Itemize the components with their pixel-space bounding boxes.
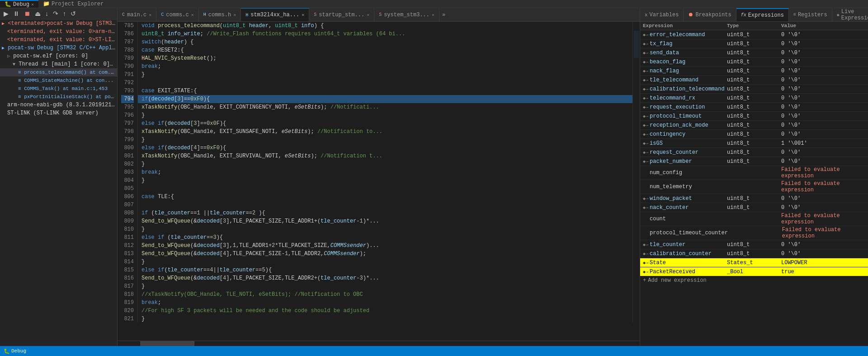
code-scroll-container[interactable]: 785 786 787 788 789 790 791 792 793 794 …	[118, 22, 640, 341]
expr-row-packet-received[interactable]: ◈→PacketReceived _Bool true	[640, 267, 868, 276]
add-expression-row[interactable]: + Add new expression	[640, 276, 868, 285]
expand-icon-19	[643, 217, 648, 222]
ln-795: 795	[121, 103, 134, 111]
tree-item-func-1[interactable]: ≡ process_telecommand() at com...	[0, 68, 117, 76]
right-tab-registers[interactable]: ≡ Registers	[789, 8, 832, 21]
expr-value-18: 0 '\0'	[781, 204, 865, 211]
debug-step-over-btn[interactable]: ↷	[51, 9, 60, 18]
expr-name-text-8: request_execution	[650, 104, 705, 110]
watch-icon-5: ◈→	[643, 77, 648, 83]
watch-icon-21: ◈→	[643, 242, 648, 247]
tab-debug[interactable]: 🐛 Debug ✕	[0, 0, 38, 8]
tree-item-debug-session-label: pocat-sw Debug [STM32 C/C++ Applica...	[8, 45, 117, 51]
expr-name-window-packet: ◈→window_packet	[643, 195, 727, 202]
expr-row-window-packet[interactable]: ◈→window_packet uint8_t 0 '\0'	[640, 194, 868, 203]
watch-icon-3: ◈→	[643, 59, 648, 65]
expr-row-state[interactable]: ◈→State States_t LOWPOWER	[640, 258, 868, 267]
editor-tab-stm32-close[interactable]: ✕	[302, 12, 304, 18]
debug-suspend-btn[interactable]: ⏸	[11, 9, 21, 18]
expr-row-beacon-flag[interactable]: ◈→beacon_flag uint8_t 0 '\0'	[640, 57, 868, 66]
tree-item-terminated-3[interactable]: <terminated, exit value: 0>ST-LINK (S...	[0, 36, 117, 44]
editor-tab-startup-close[interactable]: ✕	[367, 12, 369, 18]
ln-793: 793	[121, 87, 134, 95]
expr-row-request-execution[interactable]: ◈→request_execution uint8_t 0 '\0'	[640, 103, 868, 112]
tree-item-func-2[interactable]: ≡ COMMS_StateMachine() at con...	[0, 76, 117, 85]
expr-row-send-data[interactable]: ◈→send_data uint8_t 0 '\0'	[640, 48, 868, 57]
expr-row-protocol-timeout-counter[interactable]: protocol_timeout_counter Failed to evalu…	[640, 226, 868, 240]
editor-tab-comms-c-close[interactable]: ✕	[191, 12, 194, 18]
right-tab-expressions[interactable]: fx Expressions	[736, 8, 789, 21]
expr-row-num-config[interactable]: num_config Failed to evaluate expression	[640, 166, 868, 180]
expr-type-17: uint8_t	[727, 195, 781, 202]
editor-tab-overflow[interactable]: »	[439, 8, 448, 21]
expr-row-protocol-timeout[interactable]: ◈→protocol_timeout uint8_t 0 '\0'	[640, 112, 868, 121]
tab-debug-close[interactable]: ✕	[31, 2, 34, 7]
bottom-scrollbar[interactable]	[118, 341, 640, 346]
tree-item-thread[interactable]: ▼ Thread #1 [main] 1 [core: 0] (Susp...	[0, 60, 117, 68]
expr-name-text-15: num_config	[650, 170, 682, 176]
right-tab-live-expressions[interactable]: ◈ Live Expressions ✕	[832, 8, 868, 21]
editor-tab-comms-h-close[interactable]: ✕	[233, 12, 236, 18]
tree-item-elf[interactable]: ▷ pocat-sw.elf [cores: 0]	[0, 52, 117, 60]
tree-item-terminated-2[interactable]: <terminated, exit value: 0>arm-none...	[0, 28, 117, 36]
expr-type-11: uint8_t	[727, 131, 781, 138]
expr-row-nack-flag[interactable]: ◈→nack_flag uint8_t 0 '\0'	[640, 66, 868, 76]
tree-item-debug-session[interactable]: ▶ pocat-sw Debug [STM32 C/C++ Applica...	[0, 44, 117, 52]
code-810: }	[138, 225, 632, 233]
expr-row-calibration-counter[interactable]: ◈→calibration_counter uint8_t 0 '\0'	[640, 249, 868, 258]
status-debug-icon: 🐛	[4, 348, 10, 354]
editor-tab-main-c-close[interactable]: ✕	[149, 12, 151, 18]
expr-row-num-telemetry[interactable]: num_telemetry Failed to evaluate express…	[640, 180, 868, 194]
expr-row-count[interactable]: count Failed to evaluate expression	[640, 212, 868, 226]
expr-name-nack-flag: ◈→nack_flag	[643, 68, 727, 74]
expr-name-calibration-counter: ◈→calibration_counter	[643, 251, 727, 257]
expr-row-telecommand-rx[interactable]: ◈→telecommand_rx uint8_t 0 '\0'	[640, 94, 868, 103]
ln-805: 805	[121, 185, 134, 193]
expr-row-tle-counter[interactable]: ◈→tle_counter uint8_t 0 '\0'	[640, 240, 868, 249]
ln-804: 804	[121, 176, 134, 185]
right-tab-breakpoints[interactable]: ⏺ Breakpoints	[684, 8, 736, 21]
editor-tab-stm32[interactable]: H stm32l4xx_ha... ✕	[241, 8, 309, 21]
expr-row-reception-ack-mode[interactable]: ◈→reception_ack_mode uint8_t 0 '\0'	[640, 121, 868, 130]
scroll-thumb[interactable]	[140, 341, 194, 346]
code-editor: C main.c ✕ C comms.c ✕ H comms.h ✕ H stm…	[118, 8, 640, 346]
expr-row-request-counter[interactable]: ◈→request_counter uint8_t 0 '\0'	[640, 148, 868, 157]
expr-row-calibration-telecommand[interactable]: ◈→calibration_telecommand uint8_t 0 '\0'	[640, 85, 868, 94]
debug-step-into-btn[interactable]: ↓	[43, 9, 50, 18]
tree-item-func-1-label: ≡ process_telecommand() at com...	[18, 69, 117, 76]
debug-terminate-btn[interactable]: ⏹	[22, 9, 32, 18]
editor-tab-comms-c[interactable]: C comms.c ✕	[156, 8, 198, 21]
debug-restart-btn[interactable]: ↺	[69, 9, 78, 18]
expr-row-contingency[interactable]: ◈→contingency uint8_t 0 '\0'	[640, 130, 868, 139]
expr-row-packet-number[interactable]: ◈→packet_number uint8_t 0 '\0'	[640, 157, 868, 166]
expr-row-isgs[interactable]: ◈→isGS uint8_t 1 '\001'	[640, 139, 868, 148]
tree-item-terminated-1[interactable]: ▶ <terminated>pocat-sw Debug [STM32 C...	[0, 19, 117, 28]
right-tab-registers-label: Registers	[798, 12, 827, 18]
editor-tab-system-close[interactable]: ✕	[432, 12, 434, 18]
editor-tab-system[interactable]: S system_stm3... ✕	[374, 8, 439, 21]
editor-tab-comms-h[interactable]: H comms.h ✕	[199, 8, 241, 21]
tree-item-stlink[interactable]: ST-LINK (ST-LINK GDB server)	[0, 109, 117, 117]
tree-item-func-4[interactable]: ≡ pxPortInitialiseStack() at port.c:...	[0, 93, 117, 101]
expr-name-text-4: nack_flag	[650, 68, 679, 74]
code-790: break;	[138, 62, 632, 71]
code-795: xTaskNotify(OBC_Handle, EXIT_CONTINGENCY…	[138, 103, 632, 111]
debug-disconnect-btn[interactable]: ⏏	[33, 9, 42, 18]
tab-project-explorer[interactable]: 📁 Project Explorer	[38, 0, 108, 8]
right-tab-variables[interactable]: x Variables	[640, 8, 684, 21]
ln-815: 815	[121, 266, 134, 274]
editor-tab-main-c[interactable]: C main.c ✕	[118, 8, 156, 21]
expr-row-nack-counter[interactable]: ◈→nack_counter uint8_t 0 '\0'	[640, 203, 868, 212]
expr-name-text-9: protocol_timeout	[650, 113, 702, 119]
expr-row-tx-flag[interactable]: ◈→tx_flag uint8_t 0 '\0'	[640, 39, 868, 48]
expr-row-error-telecommand[interactable]: ◈→error_telecommand uint8_t 0 '\0'	[640, 30, 868, 39]
debug-resume-btn[interactable]: ▶	[2, 9, 10, 18]
expr-type-2: uint8_t	[727, 50, 781, 56]
tree-item-arm[interactable]: arm-none-eabi-gdb (8.3.1.20191211)	[0, 101, 117, 109]
tree-item-terminated-3-label: <terminated, exit value: 0>ST-LINK (S...	[7, 37, 117, 43]
expr-type-9: uint8_t	[727, 113, 781, 119]
tree-item-func-3[interactable]: ≡ COMMS_Task() at main.c:1,453	[0, 85, 117, 93]
expr-row-tle-telecommand[interactable]: ◈→tle_telecommand uint8_t 0 '\0'	[640, 76, 868, 85]
editor-tab-startup[interactable]: S startup_stm... ✕	[309, 8, 374, 21]
debug-step-return-btn[interactable]: ↑	[61, 9, 68, 18]
